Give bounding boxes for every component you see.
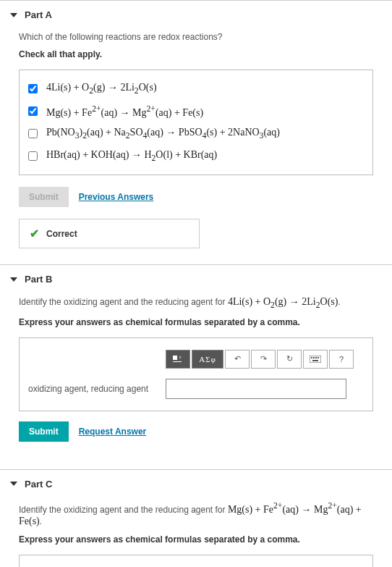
svg-rect-3 xyxy=(310,356,321,363)
caret-down-icon xyxy=(10,13,17,17)
part-b: Part B Identify the oxidizing agent and … xyxy=(0,264,392,469)
option-row: 4Li(s) + O2(g) → 2Li2O(s) xyxy=(28,77,364,100)
option-equation-4: HBr(aq) + KOH(aq) → H2O(l) + KBr(aq) xyxy=(46,149,217,163)
part-b-button-row: Submit Request Answer xyxy=(19,421,373,442)
part-b-title: Part B xyxy=(25,274,52,285)
svg-rect-6 xyxy=(315,357,317,358)
svg-rect-2 xyxy=(173,361,182,362)
option-checkbox-3[interactable] xyxy=(28,129,38,138)
part-c: Part C Identify the oxidizing agent and … xyxy=(0,469,392,567)
part-a-header[interactable]: Part A xyxy=(0,1,392,29)
keyboard-button[interactable] xyxy=(303,350,328,369)
option-checkbox-2[interactable] xyxy=(28,106,38,116)
formula-toolbar: x ΑΣφ ↶ ↷ ↻ ? xyxy=(166,350,364,369)
part-c-body: Identify the oxidizing agent and the red… xyxy=(0,498,392,567)
correct-text: Correct xyxy=(46,229,77,239)
svg-rect-5 xyxy=(313,357,315,358)
correct-feedback: ✔ Correct xyxy=(19,219,200,248)
part-a-body: Which of the following reactions are red… xyxy=(0,29,392,264)
part-a-question: Which of the following reactions are red… xyxy=(19,32,373,42)
question-pre: Identify the oxidizing agent and the red… xyxy=(19,297,228,307)
part-b-question: Identify the oxidizing agent and the red… xyxy=(19,296,373,310)
checkmark-icon: ✔ xyxy=(30,227,39,240)
previous-answers-link[interactable]: Previous Answers xyxy=(79,192,154,202)
svg-text:x: x xyxy=(179,355,182,359)
answer-input[interactable] xyxy=(166,379,346,399)
svg-rect-8 xyxy=(312,360,318,361)
svg-rect-4 xyxy=(311,357,312,358)
part-a-title: Part A xyxy=(25,9,52,20)
question-pre: Identify the oxidizing agent and the red… xyxy=(19,505,228,515)
greek-button[interactable]: ΑΣφ xyxy=(192,350,223,369)
part-a: Part A Which of the following reactions … xyxy=(0,0,392,264)
option-equation-3: Pb(NO3)2(aq) + Na2SO4(aq) → PbSO4(s) + 2… xyxy=(46,127,280,140)
part-a-button-row: Submit Previous Answers xyxy=(19,187,373,207)
option-row: Pb(NO3)2(aq) + Na2SO4(aq) → PbSO4(s) + 2… xyxy=(28,122,364,145)
options-box: 4Li(s) + O2(g) → 2Li2O(s) Mg(s) + Fe2+(a… xyxy=(19,70,373,175)
request-answer-link[interactable]: Request Answer xyxy=(79,427,147,437)
option-checkbox-4[interactable] xyxy=(28,151,38,161)
caret-down-icon xyxy=(10,277,17,282)
reset-button[interactable]: ↻ xyxy=(277,350,302,369)
option-equation-1: 4Li(s) + O2(g) → 2Li2O(s) xyxy=(46,82,157,96)
option-row: Mg(s) + Fe2+(aq) → Mg2+(aq) + Fe(s) xyxy=(28,100,364,123)
submit-button[interactable]: Submit xyxy=(19,421,69,442)
question-equation: 4Li(s) + O2(g) → 2Li2O(s) xyxy=(228,296,338,307)
option-equation-2: Mg(s) + Fe2+(aq) → Mg2+(aq) + Fe(s) xyxy=(46,104,203,119)
part-c-title: Part C xyxy=(25,479,52,490)
part-b-instruction: Express your answers as chemical formula… xyxy=(19,317,373,327)
answer-area: x ΑΣφ ↶ ↷ ↻ ? oxidizing agent, reducing … xyxy=(19,337,373,411)
question-post: . xyxy=(338,297,340,307)
answer-label: oxidizing agent, reducing agent xyxy=(28,384,158,394)
answer-area: x ΑΣφ ↶ ↷ ↻ ? oxidizing agent, reducing … xyxy=(19,555,373,568)
help-button[interactable]: ? xyxy=(329,350,354,369)
part-b-body: Identify the oxidizing agent and the red… xyxy=(0,293,392,469)
part-b-header[interactable]: Part B xyxy=(0,265,392,293)
caret-down-icon xyxy=(10,482,17,486)
undo-button[interactable]: ↶ xyxy=(225,350,250,369)
redo-button[interactable]: ↷ xyxy=(251,350,276,369)
part-c-question: Identify the oxidizing agent and the red… xyxy=(19,501,373,527)
option-checkbox-1[interactable] xyxy=(28,84,38,93)
option-row: HBr(aq) + KOH(aq) → H2O(l) + KBr(aq) xyxy=(28,145,364,167)
submit-button: Submit xyxy=(19,187,69,207)
part-c-header[interactable]: Part C xyxy=(0,470,392,498)
part-a-instruction: Check all that apply. xyxy=(19,49,373,59)
svg-rect-7 xyxy=(318,357,319,358)
answer-row: oxidizing agent, reducing agent xyxy=(28,379,364,399)
svg-rect-0 xyxy=(173,356,177,360)
part-c-instruction: Express your answers as chemical formula… xyxy=(19,534,373,545)
question-post: . xyxy=(40,516,42,526)
format-button[interactable]: x xyxy=(166,350,190,369)
